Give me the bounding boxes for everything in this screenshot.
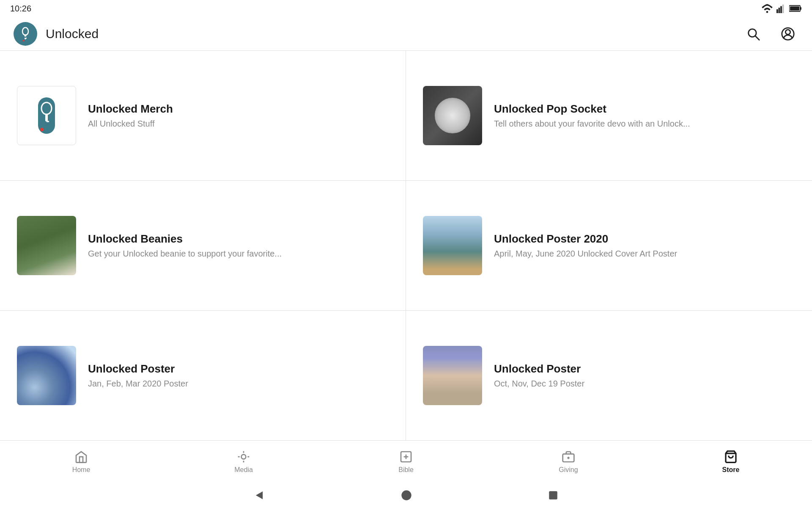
battery-icon <box>789 5 802 12</box>
android-recents-icon <box>548 490 559 501</box>
android-home-icon <box>401 489 412 501</box>
nav-label-bible: Bible <box>398 466 414 474</box>
nav-label-giving: Giving <box>559 466 578 474</box>
item-subtitle: Get your Unlocked beanie to support your… <box>88 249 389 259</box>
svg-point-23 <box>40 128 44 131</box>
svg-rect-6 <box>790 6 799 11</box>
item-text-poster-oct: Unlocked Poster Oct, Nov, Dec 19 Poster <box>494 362 795 389</box>
store-icon <box>724 450 738 464</box>
item-text-merch: Unlocked Merch All Unlocked Stuff <box>88 102 389 129</box>
back-icon <box>253 489 265 501</box>
svg-rect-0 <box>776 9 778 13</box>
list-item[interactable]: Unlocked Poster Oct, Nov, Dec 19 Poster <box>406 311 812 440</box>
item-text-beanies: Unlocked Beanies Get your Unlocked beani… <box>88 232 389 259</box>
item-title: Unlocked Pop Socket <box>494 102 795 116</box>
svg-line-14 <box>755 36 759 39</box>
item-title: Unlocked Poster <box>494 362 795 375</box>
nav-item-bible[interactable]: Bible <box>325 446 487 478</box>
merch-logo-image <box>30 94 63 137</box>
media-icon <box>237 450 250 464</box>
item-image-pop-socket <box>423 86 482 145</box>
svg-rect-5 <box>800 7 801 10</box>
item-image-poster-jan <box>17 346 76 405</box>
item-subtitle: All Unlocked Stuff <box>88 119 389 129</box>
svg-rect-1 <box>779 8 780 13</box>
nav-label-home: Home <box>72 466 91 474</box>
wifi-icon <box>761 4 773 13</box>
search-button[interactable] <box>743 23 764 44</box>
item-title: Unlocked Poster 2020 <box>494 232 795 246</box>
search-icon <box>746 27 760 41</box>
svg-marker-37 <box>256 491 263 500</box>
nav-item-home[interactable]: Home <box>0 446 162 478</box>
item-text-poster2020: Unlocked Poster 2020 April, May, June 20… <box>494 232 795 259</box>
home-icon <box>74 450 88 464</box>
svg-rect-39 <box>549 491 557 500</box>
item-title: Unlocked Merch <box>88 102 389 116</box>
nav-item-store[interactable]: Store <box>650 446 812 478</box>
svg-point-25 <box>241 454 246 459</box>
nav-item-media[interactable]: Media <box>162 446 325 478</box>
app-bar-right <box>743 23 798 44</box>
list-item[interactable]: Unlocked Poster Jan, Feb, Mar 2020 Poste… <box>0 311 406 440</box>
item-text-pop-socket: Unlocked Pop Socket Tell others about yo… <box>494 102 795 129</box>
status-bar: 10:26 <box>0 0 812 17</box>
unlocked-logo-icon <box>18 26 33 41</box>
profile-button[interactable] <box>777 23 798 44</box>
list-item[interactable]: Unlocked Poster 2020 April, May, June 20… <box>406 181 812 311</box>
item-subtitle: Jan, Feb, Mar 2020 Poster <box>88 379 389 389</box>
profile-icon <box>781 27 795 41</box>
giving-icon <box>562 450 575 464</box>
svg-point-38 <box>401 490 411 500</box>
android-nav <box>0 483 812 508</box>
svg-point-7 <box>22 28 28 35</box>
app-bar: Unlocked <box>0 17 812 51</box>
bible-icon <box>399 450 413 464</box>
item-image-poster-oct <box>423 346 482 405</box>
android-back-button[interactable] <box>253 489 265 501</box>
item-subtitle: April, May, June 2020 Unlocked Cover Art… <box>494 249 795 259</box>
item-subtitle: Tell others about your favorite devo wit… <box>494 119 795 129</box>
item-image-poster2020 <box>423 216 482 275</box>
svg-rect-3 <box>782 5 784 13</box>
list-item[interactable]: Unlocked Merch All Unlocked Stuff <box>0 51 406 181</box>
item-subtitle: Oct, Nov, Dec 19 Poster <box>494 379 795 389</box>
status-icons <box>761 4 802 13</box>
item-image-merch <box>17 86 76 145</box>
app-logo <box>14 22 37 46</box>
nav-label-media: Media <box>234 466 253 474</box>
svg-rect-24 <box>80 457 83 462</box>
item-title: Unlocked Poster <box>88 362 389 375</box>
app-title: Unlocked <box>46 27 99 41</box>
item-title: Unlocked Beanies <box>88 232 389 246</box>
main-content: Unlocked Merch All Unlocked Stuff Unlock… <box>0 51 812 440</box>
signal-icon <box>776 4 786 13</box>
app-bar-left: Unlocked <box>14 22 99 46</box>
android-recents-button[interactable] <box>548 490 559 501</box>
list-item[interactable]: Unlocked Pop Socket Tell others about yo… <box>406 51 812 181</box>
svg-point-12 <box>23 40 25 41</box>
nav-label-store: Store <box>722 466 740 474</box>
store-grid: Unlocked Merch All Unlocked Stuff Unlock… <box>0 51 812 440</box>
android-home-button[interactable] <box>401 489 412 501</box>
bottom-nav: Home Media Bible Giving <box>0 440 812 483</box>
item-image-beanie <box>17 216 76 275</box>
svg-point-16 <box>785 30 790 34</box>
item-text-poster-jan: Unlocked Poster Jan, Feb, Mar 2020 Poste… <box>88 362 389 389</box>
status-time: 10:26 <box>10 4 31 14</box>
list-item[interactable]: Unlocked Beanies Get your Unlocked beani… <box>0 181 406 311</box>
svg-rect-2 <box>780 6 782 14</box>
nav-item-giving[interactable]: Giving <box>487 446 650 478</box>
